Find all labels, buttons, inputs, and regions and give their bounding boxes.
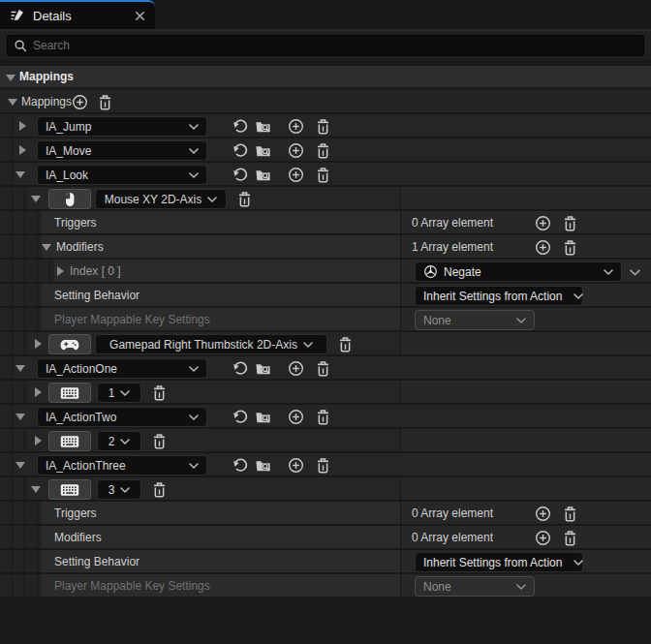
key-select[interactable]: 2 (97, 431, 141, 451)
expander-arrow[interactable] (16, 171, 25, 178)
delete-icon[interactable] (151, 481, 168, 498)
chevron-down-icon (303, 342, 313, 348)
delete-icon[interactable] (97, 94, 113, 110)
input-action-select[interactable]: IA_ActionThree (37, 455, 207, 475)
delete-icon[interactable] (151, 384, 168, 401)
indent-guides (0, 187, 29, 209)
tab-details[interactable]: Details (0, 0, 155, 29)
add-element-icon[interactable] (288, 118, 304, 135)
delete-icon[interactable] (151, 433, 168, 449)
close-icon[interactable] (135, 11, 145, 21)
setting-behavior-select[interactable]: Inherit Settings from Action (415, 286, 583, 306)
setting-behavior-select[interactable]: Inherit Settings from Action (415, 552, 583, 572)
input-action-select[interactable]: IA_Look (37, 165, 207, 185)
expander-arrow[interactable] (42, 244, 51, 251)
delete-icon[interactable] (562, 506, 578, 522)
combo-value: Inherit Settings from Action (423, 290, 562, 303)
browse-to-asset-icon[interactable] (255, 142, 271, 159)
add-element-icon[interactable] (535, 530, 551, 546)
add-element-icon[interactable] (288, 360, 304, 377)
row-expand-chevron-icon[interactable] (630, 269, 640, 276)
delete-icon[interactable] (315, 118, 331, 135)
add-element-icon[interactable] (288, 457, 304, 474)
keyboard-icon (60, 386, 79, 400)
player-mappable-select[interactable]: None (415, 576, 535, 597)
browse-to-asset-icon[interactable] (255, 167, 271, 183)
input-action-select[interactable]: IA_ActionTwo (37, 407, 207, 427)
expander-arrow[interactable] (19, 145, 26, 155)
indent-guides (0, 526, 42, 548)
value-cell (400, 332, 651, 354)
value-cell (400, 187, 651, 209)
key-select[interactable]: 1 (97, 383, 141, 403)
indent-guides (0, 235, 42, 258)
key-picker-button[interactable] (48, 189, 91, 209)
expander-arrow[interactable] (6, 75, 16, 81)
add-element-icon[interactable] (288, 167, 304, 183)
search-box[interactable] (7, 35, 644, 56)
expander-arrow[interactable] (16, 462, 25, 469)
add-element-icon[interactable] (288, 409, 304, 425)
delete-icon[interactable] (315, 409, 331, 425)
delete-icon[interactable] (562, 215, 578, 231)
browse-to-asset-icon[interactable] (255, 457, 271, 474)
key-picker-button[interactable] (48, 431, 91, 451)
browse-to-asset-icon[interactable] (255, 360, 271, 377)
delete-icon[interactable] (315, 360, 331, 377)
expander-arrow[interactable] (35, 436, 42, 445)
combo-value: 1 (108, 386, 115, 400)
use-selected-asset-icon[interactable] (232, 118, 249, 135)
use-selected-asset-icon[interactable] (232, 409, 249, 425)
expander-arrow[interactable] (31, 196, 41, 202)
use-selected-asset-icon[interactable] (232, 167, 249, 183)
array-count: 0 Array element (412, 502, 493, 526)
key-picker-button[interactable] (48, 479, 91, 500)
expander-arrow[interactable] (8, 99, 17, 106)
use-selected-asset-icon[interactable] (232, 142, 249, 159)
delete-icon[interactable] (315, 142, 331, 159)
category-header-mappings[interactable]: Mappings (0, 66, 651, 87)
expander-arrow[interactable] (31, 486, 41, 493)
expander-arrow[interactable] (16, 414, 25, 420)
delete-icon[interactable] (315, 457, 331, 474)
use-selected-asset-icon[interactable] (232, 457, 249, 474)
indent-guides (0, 332, 29, 354)
delete-icon[interactable] (337, 336, 354, 353)
player-mappable-select[interactable]: None (415, 310, 535, 330)
indent-guides (0, 284, 42, 306)
delete-icon[interactable] (562, 530, 578, 546)
add-element-icon[interactable] (535, 215, 551, 231)
expander-arrow[interactable] (35, 339, 42, 349)
input-action-select[interactable]: IA_Jump (37, 116, 207, 137)
property-label: Triggers (54, 502, 97, 526)
expander-arrow[interactable] (35, 387, 42, 397)
expander-arrow[interactable] (19, 121, 26, 131)
key-picker-button[interactable] (48, 334, 91, 354)
property-row: Modifiers 0 Array element (0, 526, 651, 550)
browse-to-asset-icon[interactable] (255, 118, 271, 135)
indent-guides (0, 574, 42, 597)
key-select[interactable]: 3 (97, 479, 141, 500)
input-action-select[interactable]: IA_ActionOne (37, 358, 207, 379)
use-selected-asset-icon[interactable] (232, 360, 249, 377)
key-select[interactable]: Mouse XY 2D-Axis (95, 189, 227, 209)
add-element-icon[interactable] (72, 94, 88, 110)
key-select[interactable]: Gamepad Right Thumbstick 2D-Axis (95, 334, 327, 354)
key-row: Mouse XY 2D-Axis (0, 187, 651, 211)
add-element-icon[interactable] (288, 142, 304, 159)
delete-icon[interactable] (315, 167, 331, 183)
add-element-icon[interactable] (535, 239, 551, 256)
panel-bottom (0, 598, 651, 603)
modifier-select[interactable]: Negate (415, 261, 622, 282)
property-row: Player Mappable Key Settings None (0, 574, 651, 598)
expander-arrow[interactable] (16, 365, 25, 372)
search-input[interactable] (33, 39, 637, 52)
index-label: Index [ 0 ] (70, 260, 121, 284)
delete-icon[interactable] (562, 239, 578, 256)
input-action-select[interactable]: IA_Move (37, 140, 207, 161)
expander-arrow[interactable] (57, 266, 64, 276)
delete-icon[interactable] (236, 191, 253, 207)
key-picker-button[interactable] (48, 383, 91, 403)
add-element-icon[interactable] (535, 506, 551, 522)
browse-to-asset-icon[interactable] (255, 409, 271, 425)
